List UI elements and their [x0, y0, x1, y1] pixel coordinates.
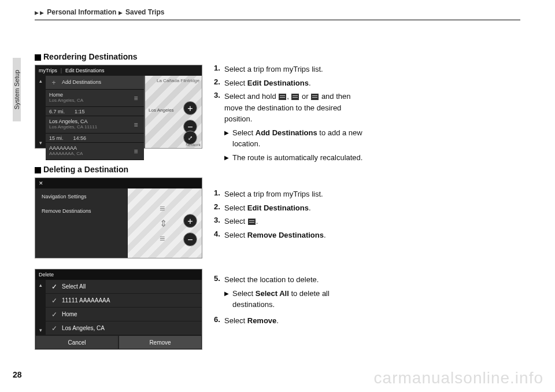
substep-text: Select Add Destinations to add a new loc… — [232, 127, 364, 150]
row-label: Home — [62, 311, 77, 317]
section2-title-text: Deleting a Destination — [43, 165, 128, 174]
mini-map: La Cañada Flintridge Los Angeles + − ⤢ N… — [145, 76, 202, 148]
check-icon: ✓ — [51, 324, 57, 332]
left-column: Reordering Destinations myTrips | Edit D… — [35, 52, 208, 350]
side-tab-label: System Setup — [13, 70, 20, 109]
map-network-label: Network — [186, 143, 201, 147]
square-icon — [35, 54, 41, 61]
cancel-button: Cancel — [35, 335, 119, 349]
select-all-row: ✓Select All — [46, 280, 202, 294]
handle-icon: ≡ — [131, 147, 140, 156]
row-dist: 15 mi. — [49, 135, 64, 141]
handle-icon: ≡ — [131, 121, 140, 129]
substep-text: The route is automatically recalculated. — [232, 152, 364, 164]
row-name: AAAAAAAA — [49, 145, 77, 151]
remove-dest-row: Remove Destinations — [37, 205, 126, 217]
row-name: Home — [49, 92, 63, 98]
side-tab: System Setup — [13, 58, 21, 121]
step-text: Select the location to delete. ▶Select S… — [224, 274, 364, 313]
down-icon: ▾ — [39, 140, 42, 146]
step-text: Select Edit Destinations. — [224, 77, 364, 89]
triangle-icon: ▶ — [40, 10, 44, 16]
row-name: Los Angeles, CA — [49, 119, 88, 124]
breadcrumb-level-1: Personal Information — [47, 8, 116, 16]
up-icon: ▴ — [39, 282, 42, 288]
handle-icon — [279, 94, 286, 100]
list-row: Los Angeles, CALos Angeles, CA 11111 ≡ — [46, 116, 144, 134]
scroll-arrows: ▴ ▾ — [35, 76, 46, 148]
down-icon: ▾ — [39, 327, 42, 333]
map-label: Los Angeles — [149, 108, 174, 113]
section-title-delete: Deleting a Destination — [35, 165, 208, 174]
up-icon: ▴ — [39, 78, 42, 84]
scroll-arrows: ▴ ▾ — [35, 280, 46, 335]
delete-title: Delete — [39, 272, 54, 278]
triangle-icon: ▶ — [224, 152, 232, 164]
step-text: Select Remove Destinations. — [224, 230, 364, 241]
list-row-meta: 6.7 mi. 1:15 — [46, 107, 144, 116]
instructions-reorder: 1.Select a trip from myTrips list. 2. Se… — [214, 64, 364, 165]
list-row: ✓Los Angeles, CA — [46, 321, 202, 335]
list-row: ✓Home — [46, 308, 202, 321]
nav-settings-row: Navigation Settings — [37, 190, 126, 203]
remove-button: Remove — [119, 335, 202, 349]
screenshot-delete-list: Delete ▴ ▾ ✓Select All ✓11111 AAAAAAAA ✓… — [35, 269, 202, 350]
square-icon — [35, 167, 41, 173]
instructions-delete-b: 5. Select the location to delete. ▶Selec… — [214, 274, 364, 326]
zoom-in-icon: + — [183, 101, 197, 115]
section1-title-text: Reordering Destinations — [43, 52, 138, 61]
handle-icon: ≡ — [131, 94, 140, 102]
row-time: 1:15 — [75, 109, 85, 114]
step-text: Select . — [224, 216, 364, 227]
watermark: carmanualsonline.info — [374, 369, 543, 387]
row-sub: AAAAAAAA, CA — [49, 151, 128, 157]
step-text: Select Edit Destinations. — [224, 202, 364, 214]
instructions-delete-a: 1.Select a trip from myTrips list. 2. Se… — [214, 188, 364, 241]
page-number: 28 — [13, 370, 22, 379]
map-label: La Cañada Flintridge — [157, 78, 199, 83]
substep-text: Select Select All to delete all destinat… — [232, 288, 364, 310]
row-dist: 6.7 mi. — [49, 109, 65, 114]
list-row: ✓11111 AAAAAAAA — [46, 294, 202, 308]
handle-icon — [311, 94, 319, 100]
step-text: Select a trip from myTrips list. — [224, 188, 364, 200]
triangle-icon: ▶ — [119, 10, 123, 16]
check-icon: ✓ — [51, 297, 57, 305]
tab-edit: Edit Destinations — [65, 68, 105, 73]
row-sub: Los Angeles, CA — [49, 98, 128, 103]
screenshot-tabs: myTrips | Edit Destinations — [35, 65, 202, 76]
close-icon: ✕ — [39, 180, 43, 186]
step-text: Select and hold , or and then move the d… — [224, 91, 364, 165]
step-text: Select a trip from myTrips list. — [224, 64, 364, 75]
triangle-icon: ▶ — [224, 127, 232, 150]
section-title-reorder: Reordering Destinations — [35, 52, 208, 61]
reorder-icons: ≡⇕≡ — [160, 201, 167, 246]
screenshot-nav-settings: ✕ Navigation Settings Remove Destination… — [35, 177, 202, 258]
breadcrumb: ▶▶ Personal Information ▶ Saved Trips — [35, 8, 520, 16]
list-row-meta: 15 mi. 14:56 — [46, 134, 144, 143]
triangle-icon: ▶ — [35, 10, 39, 16]
triangle-icon: ▶ — [224, 288, 232, 310]
row-sub: Los Angeles, CA 11111 — [49, 125, 128, 130]
select-all-label: Select All — [62, 283, 86, 290]
handle-icon — [248, 219, 256, 225]
plus-icon: + — [49, 79, 58, 87]
check-icon: ✓ — [51, 283, 57, 291]
handle-icon — [291, 94, 299, 100]
screenshot-reorder: myTrips | Edit Destinations ▴ ▾ + Add De… — [35, 65, 202, 149]
step-text: Select Remove. — [224, 315, 364, 327]
row-time: 14:56 — [73, 135, 87, 141]
check-icon: ✓ — [51, 310, 57, 319]
row-label: 11111 AAAAAAAA — [62, 297, 110, 304]
right-column: 1.Select a trip from myTrips list. 2. Se… — [214, 64, 364, 336]
breadcrumb-level-2: Saved Trips — [125, 8, 164, 16]
add-dest-label: Add Destinations — [62, 80, 140, 86]
divider — [35, 20, 520, 20]
tab-mytrips: myTrips — [39, 68, 57, 73]
row-label: Los Angeles, CA — [62, 325, 105, 331]
add-destinations-row: + Add Destinations — [46, 76, 144, 90]
zoom-in-icon: + — [183, 214, 197, 228]
list-row: HomeLos Angeles, CA ≡ — [46, 90, 144, 107]
zoom-out-icon: − — [183, 232, 197, 246]
list-row: AAAAAAAAAAAAAAAA, CA ≡ — [46, 143, 144, 160]
